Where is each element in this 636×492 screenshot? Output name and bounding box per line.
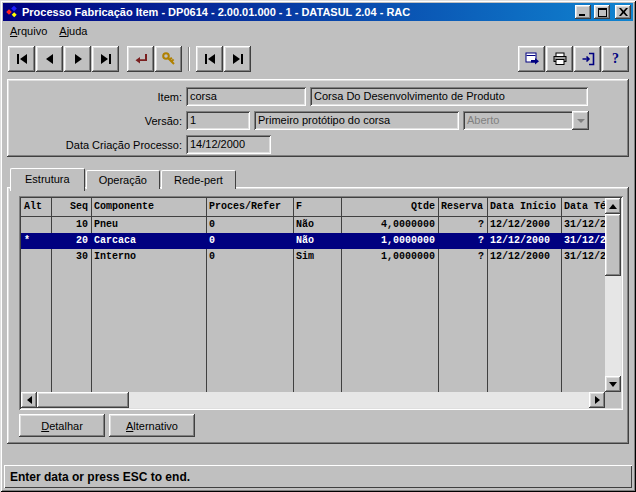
close-icon [619,8,628,16]
vertical-scroll-track[interactable] [605,214,621,376]
related-query-button[interactable] [518,46,545,72]
table-row[interactable]: 10 Pneu0 Não4,0000000 ?12/12/2000 31/12/… [21,216,605,233]
scroll-right-button[interactable] [589,392,605,408]
app-window: Processo Fabricação Item - DP0614 - 2.00… [0,0,636,492]
item-input[interactable]: corsa [186,87,306,106]
col-f: F [293,198,341,216]
estrutura-browse: Alt Seq Componente Proces/Refer F Qtde R… [19,196,623,410]
item-label: Item: [7,91,186,103]
status-select-arrow[interactable] [572,111,589,130]
versao-description: Primeiro protótipo do corsa [254,111,459,130]
print-button[interactable] [546,46,573,72]
col-componente: Componente [91,198,206,216]
estrutura-panel: Alt Seq Componente Proces/Refer F Qtde R… [7,187,629,444]
col-data-termino: Data Término [561,198,605,216]
last-record-icon [98,51,114,67]
data-criacao-input[interactable]: 14/12/2000 [186,135,271,154]
maximize-button[interactable] [594,5,610,19]
toolbar: ? [3,41,633,77]
horizontal-scroll-thumb[interactable] [37,392,129,408]
minimize-icon [579,9,587,16]
header-form: Item: corsa Corsa Do Desenvolvimento de … [7,79,629,157]
scroll-up-button[interactable] [605,198,621,214]
related-query-icon [524,51,540,67]
prev-record-icon [42,51,58,67]
key-icon [161,51,177,67]
help-button[interactable]: ? [602,46,629,72]
app-icon [5,5,19,19]
tab-strip: Estrutura Operação Rede-pert [10,166,629,189]
col-reserva: Reserva [438,198,487,216]
data-criacao-label: Data Criação Processo: [7,139,186,151]
help-icon: ? [612,51,619,67]
table-row[interactable]: 30 Interno0 Sim1,0000000 ?12/12/2000 31/… [21,249,605,265]
security-key-button[interactable] [155,46,182,72]
minimize-button[interactable] [575,5,591,19]
next-record-icon [70,51,86,67]
scrollbar-corner [605,392,621,408]
horizontal-scroll-track[interactable] [37,392,589,408]
status-bar: Enter data or press ESC to end. [4,465,632,488]
return-icon [133,51,149,67]
chevron-down-icon [577,119,585,123]
status-select[interactable]: Aberto [463,111,589,130]
toolbar-separator [188,47,190,71]
col-data-inicio: Data Início [487,198,561,216]
alternativo-button[interactable]: Alternativo [109,414,195,437]
menu-bar: Arquivo Ajuda [3,21,633,41]
exit-button[interactable] [574,46,601,72]
tab-rede-pert[interactable]: Rede-pert [161,170,236,189]
scroll-down-icon [609,382,617,387]
versao-input[interactable]: 1 [186,111,250,130]
item-description: Corsa Do Desenvolvimento de Produto [310,87,588,106]
close-button[interactable] [615,5,631,19]
status-message: Enter data or press ESC to end. [10,470,190,484]
vertical-scrollbar[interactable] [605,198,621,392]
goto-first-button[interactable] [196,46,223,72]
status-select-value: Aberto [463,111,572,130]
table-row-selected[interactable]: *20 Carcaca0 Não1,0000000 ?12/12/2000 31… [21,233,605,249]
detalhar-button[interactable]: Detalhar [19,414,105,437]
col-qtde: Qtde [341,198,438,216]
prev-record-button[interactable] [36,46,63,72]
versao-label: Versão: [7,115,186,127]
window-title: Processo Fabricação Item - DP0614 - 2.00… [22,6,572,18]
browse-header-row: Alt Seq Componente Proces/Refer F Qtde R… [21,198,605,216]
first-record-button[interactable] [8,46,35,72]
first-record-icon [14,51,30,67]
goto-last-button[interactable] [224,46,251,72]
scroll-down-button[interactable] [605,376,621,392]
maximize-icon [598,8,607,17]
next-record-button[interactable] [64,46,91,72]
horizontal-scrollbar[interactable] [21,392,621,408]
return-button[interactable] [127,46,154,72]
tab-estrutura[interactable]: Estrutura [10,168,85,191]
action-buttons: Detalhar Alternativo [19,414,617,437]
last-record-button[interactable] [92,46,119,72]
col-seq: Seq [51,198,91,216]
scroll-up-icon [609,204,617,209]
scroll-left-icon [27,396,32,404]
exit-icon [580,51,596,67]
browse-grid: Alt Seq Componente Proces/Refer F Qtde R… [21,198,605,392]
scroll-left-button[interactable] [21,392,37,408]
scroll-right-icon [595,396,600,404]
vertical-scroll-thumb[interactable] [605,214,621,276]
menu-arquivo[interactable]: Arquivo [4,23,53,39]
tab-operacao[interactable]: Operação [86,170,160,189]
print-icon [552,51,568,67]
goto-first-icon [202,51,218,67]
goto-last-icon [230,51,246,67]
menu-ajuda[interactable]: Ajuda [53,23,93,39]
col-proces-refer: Proces/Refer [206,198,293,216]
col-alt: Alt [21,198,51,216]
title-bar[interactable]: Processo Fabricação Item - DP0614 - 2.00… [3,3,633,21]
